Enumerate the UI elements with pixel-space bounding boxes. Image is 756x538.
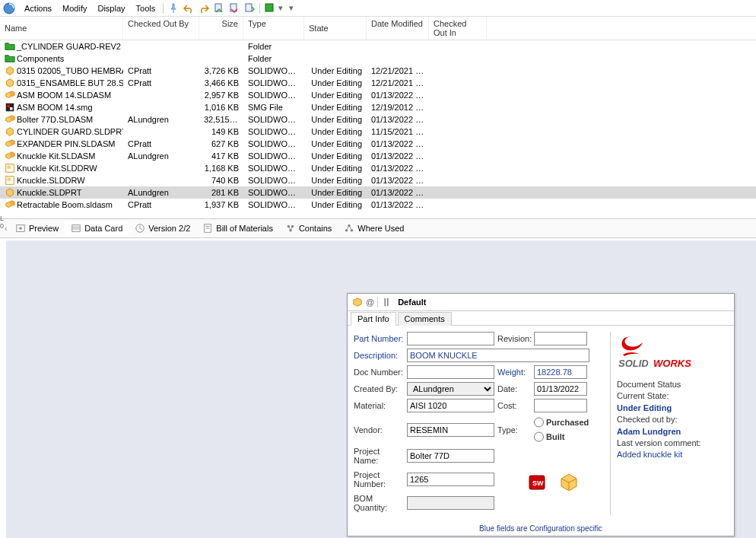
svg-rect-4 [265,4,273,11]
file-name: _CYLINDER GUARD-REV2 [17,42,121,51]
svg-rect-9 [8,105,11,108]
tab-bom[interactable]: Bill of Materials [196,221,279,236]
input-weight[interactable] [534,365,587,379]
label-projectnumber: Project Number: [354,470,404,489]
redo-icon[interactable] [198,2,210,14]
file-row[interactable]: Retractable Boom.sldasmCPratt1,937 KBSOL… [0,199,756,211]
file-row[interactable]: EXPANDER PIN.SLDASMCPratt627 KBSOLIDWORK… [0,138,756,150]
label-bomquantity: BOM Quantity: [354,494,404,512]
file-row[interactable]: Knuckle Kit.SLDASMALundgren417 KBSOLIDWO… [0,150,756,162]
input-docnumber[interactable] [407,365,494,379]
menu-actions[interactable]: Actions [20,3,56,14]
card-form: Part Number: Revision: Description: Doc … [354,332,602,515]
file-row[interactable]: CYLINDER GUARD.SLDPRT149 KBSOLIDWORKS ..… [0,126,756,138]
file-size: 2,957 KB [199,91,243,100]
card-tab-comments[interactable]: Comments [398,312,452,326]
pin-icon[interactable] [167,2,179,14]
undo-icon[interactable] [183,2,195,14]
file-list: Name Checked Out By Size Type State Date… [0,17,756,211]
svg-rect-3 [246,4,252,11]
input-bomquantity[interactable] [407,496,494,510]
file-row[interactable]: Knuckle.SLDDRW740 KBSOLIDWORKS ... Under… [0,174,756,186]
col-header-type[interactable]: Type [243,17,304,40]
label-material: Material: [354,401,404,410]
tab-datacard[interactable]: Data Card [65,221,129,236]
tab-whereused[interactable]: Where Used [338,221,410,236]
file-row[interactable]: Knuckle.SLDPRTALundgren281 KBSOLIDWORKS … [0,186,756,199]
svg-text:SW: SW [532,479,544,487]
input-vendor[interactable] [407,423,494,437]
input-projectnumber[interactable] [407,473,494,486]
label-cost: Cost: [497,401,531,410]
col-header-state[interactable]: State [304,17,367,40]
col-header-checkedoutin[interactable]: Checked Out In [429,17,487,40]
checkout-icon[interactable] [228,2,240,14]
getlatest-icon[interactable] [243,2,256,14]
file-list-header: Name Checked Out By Size Type State Date… [0,17,756,40]
file-row[interactable]: ASM BOOM 14.smg1,016 KBSMG File Under Ed… [0,101,756,113]
file-size: 281 KB [199,188,243,197]
input-date[interactable] [534,382,587,396]
contains-icon [285,223,296,234]
radio-built[interactable]: Built [534,430,589,444]
tab-version[interactable]: Version 2/2 [129,221,196,236]
col-header-name[interactable]: Name [0,17,123,40]
file-type: SOLIDWORKS ... [243,188,304,197]
file-date: 12/19/2012 19:... [367,103,429,112]
file-size: 3,726 KB [199,66,243,75]
col-header-size[interactable]: Size [199,17,243,40]
tool-icon[interactable] [264,2,276,14]
input-cost[interactable] [534,399,587,412]
file-name: EXPANDER PIN.SLDASM [17,139,115,148]
file-checkedoutby: ALundgren [123,115,199,124]
file-name: CYLINDER GUARD.SLDPRT [17,127,123,136]
file-name: Knuckle Kit.SLDASM [17,151,95,161]
file-name: Knuckle Kit.SLDDRW [17,164,97,173]
file-row[interactable]: _CYLINDER GUARD-REV2Folder [0,40,756,53]
tab-contains[interactable]: Contains [279,221,338,236]
label-description: Description: [354,351,404,360]
part-icon [352,297,363,307]
input-description[interactable] [407,349,589,362]
input-material[interactable] [407,399,494,412]
file-row[interactable]: ComponentsFolder [0,53,756,65]
file-type: Folder [243,42,304,51]
dropdown-icon[interactable]: ▾ [285,2,297,14]
file-checkedoutby: ALundgren [123,188,199,197]
at-icon: @ [366,298,374,307]
left-ruler: L0 [0,215,6,230]
status-currentstate-value: Under Editing [617,403,728,414]
radio-purchased[interactable]: Purchased [534,415,589,429]
file-state: Under Editing [304,115,367,124]
file-row[interactable]: ASM BOOM 14.SLDASM2,957 KBSOLIDWORKS ...… [0,89,756,101]
file-type-icon [5,53,15,64]
input-createdby[interactable]: ALundgren [407,382,494,396]
input-partnumber[interactable] [407,332,494,345]
checkin-icon[interactable] [213,2,225,14]
tab-preview[interactable]: Preview [9,221,65,236]
file-name: Knuckle.SLDDRW [17,176,85,185]
sw-doc-icon: SW [528,473,549,491]
col-header-checkedoutby[interactable]: Checked Out By [123,17,199,40]
file-date: 01/13/2022 16:... [367,188,429,197]
svg-text:WORKS: WORKS [653,358,691,369]
file-row[interactable]: Bolter 77D.SLDASMALundgren32,515 KBSOLID… [0,113,756,126]
version-icon [135,223,145,234]
menu-modify[interactable]: Modify [58,3,91,14]
card-tab-partinfo[interactable]: Part Info [351,312,396,326]
menu-display[interactable]: Display [93,3,129,14]
file-row[interactable]: 0315 02005_TUBO HEMBRA ...CPratt3,726 KB… [0,65,756,77]
file-size: 1,168 KB [199,164,243,173]
app-icon [3,2,15,14]
file-type: SOLIDWORKS ... [243,115,304,124]
file-row[interactable]: 0315_ENSAMBLE BUT 28.SL...CPratt3,466 KB… [0,77,756,89]
file-row[interactable]: Knuckle Kit.SLDDRW1,168 KBSOLIDWORKS ...… [0,162,756,174]
label-createdby: Created By: [354,384,404,393]
file-type-icon [5,90,15,100]
col-header-datemodified[interactable]: Date Modified [367,17,429,40]
input-revision[interactable] [534,332,587,345]
input-projectname[interactable] [407,449,494,463]
tab-preview-label: Preview [29,224,59,233]
card-tabs: Part Info Comments [348,311,734,326]
menu-tools[interactable]: Tools [132,3,160,14]
